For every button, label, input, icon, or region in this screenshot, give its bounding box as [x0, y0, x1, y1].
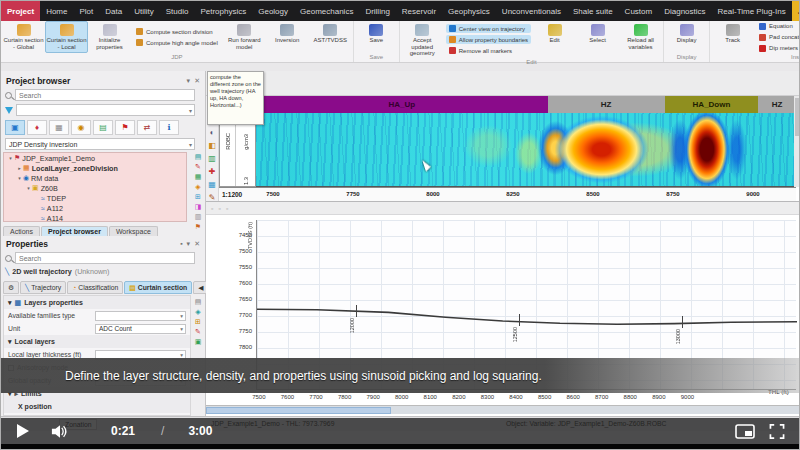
pane-menu-icon[interactable]: ▾	[187, 77, 191, 85]
chart-tool-icon[interactable]: ▫	[211, 205, 213, 212]
scrollbar-thumb[interactable]	[206, 407, 391, 414]
tree-tool-icon[interactable]: ◈	[195, 182, 200, 191]
tab-drilling[interactable]: Drilling	[359, 1, 395, 21]
tab-curtain-section[interactable]: ▤Curtain section	[124, 281, 192, 294]
tab-plot[interactable]: Plot	[73, 1, 99, 21]
allow-property-boundaries-button[interactable]: Allow property boundaries	[446, 35, 531, 44]
compute-high-angle-model-button[interactable]: Compute high angle model	[133, 38, 221, 47]
tree-tool-icon[interactable]: ▦	[195, 172, 202, 181]
tree-tool-icon[interactable]: ▤	[195, 152, 202, 161]
properties-search-input[interactable]	[15, 252, 195, 264]
dataset-dropdown[interactable]: JDP Density inversion	[5, 138, 195, 150]
initialize-properties-button[interactable]: Initialize properties	[88, 21, 131, 53]
tab-actions[interactable]: Actions	[3, 226, 40, 236]
tab-custom[interactable]: Custom	[619, 1, 659, 21]
track-button[interactable]: Track	[711, 21, 754, 53]
curtain-heatmap[interactable]	[256, 113, 796, 187]
tree-tool-icon[interactable]: ▥	[195, 212, 202, 221]
grid-icon[interactable]: ▦	[208, 180, 216, 190]
curtain-section-local-button[interactable]: Curtain section - Local	[45, 21, 88, 53]
available-families-type-dropdown[interactable]	[95, 311, 186, 321]
tab-geology[interactable]: Geology	[252, 1, 294, 21]
fullscreen-icon[interactable]	[769, 424, 785, 439]
run-forward-model-button[interactable]: Run forward model	[223, 21, 266, 53]
tab-home[interactable]: Home	[40, 1, 73, 21]
tab-classification[interactable]: ◔Classification	[67, 281, 123, 294]
props-tool-icon[interactable]: ◈	[195, 307, 200, 316]
props-tool-icon[interactable]: ✎	[195, 327, 201, 336]
tree-item-a114[interactable]: ≈A114	[4, 213, 186, 222]
grid-icon[interactable]: ▦	[49, 120, 69, 135]
tab-project[interactable]: Project	[1, 1, 40, 21]
tree-item-locallayer-zonedivision[interactable]: ▸▦LocalLayer_zoneDivision	[4, 163, 186, 173]
tree-item-z60b[interactable]: ▾▣Z60B	[4, 183, 186, 193]
add-icon[interactable]: ✚	[209, 167, 216, 177]
pad-concatenation-button[interactable]: Pad concatenation	[756, 33, 800, 42]
tree-item-tdep[interactable]: ≈TDEP	[4, 193, 186, 203]
tab-workspace[interactable]: Workspace	[109, 226, 158, 236]
chart-icon[interactable]: ▤	[93, 120, 113, 135]
tab-utility[interactable]: Utility	[128, 1, 160, 21]
project-search-input[interactable]	[15, 89, 195, 101]
tree-item-a112[interactable]: ≈A112	[4, 203, 186, 213]
tab-petrophysics[interactable]: Petrophysics	[194, 1, 252, 21]
filter-dropdown[interactable]	[16, 104, 195, 116]
tab-geomechanics[interactable]: Geomechanics	[294, 1, 359, 21]
center-view-on-trajectory-button[interactable]: Center view on trajectory	[446, 24, 531, 33]
vertical-scrollbar[interactable]	[794, 96, 800, 187]
close-pane-icon[interactable]: ✕	[194, 77, 200, 85]
user-icon[interactable]: ♦	[27, 120, 47, 135]
display-button[interactable]: Display	[665, 21, 708, 53]
tab-reservoir[interactable]: Reservoir	[396, 1, 442, 21]
lock-icon[interactable]: ▣	[5, 120, 25, 135]
tab-studio[interactable]: Studio	[160, 1, 195, 21]
globe-icon[interactable]: ◉	[71, 120, 91, 135]
swap-icon[interactable]: ⇄	[137, 120, 157, 135]
inversion-button[interactable]: Inversion	[266, 21, 309, 53]
tree-tool-icon[interactable]: ◨	[195, 202, 202, 211]
unit-dropdown[interactable]: ADC Count	[95, 324, 186, 334]
chart-tool-icon[interactable]: ▫	[226, 205, 228, 212]
layers-icon[interactable]: ▥	[208, 154, 216, 164]
ast-tvdss-button[interactable]: AST/TVDSS	[309, 21, 352, 53]
edit-button[interactable]: Edit	[533, 21, 576, 58]
tree-item-rm-data[interactable]: ▾◉RM data	[4, 173, 186, 183]
save-button[interactable]: Save	[355, 21, 398, 53]
tab-diagnostics[interactable]: Diagnostics	[658, 1, 711, 21]
volume-icon[interactable]	[51, 424, 69, 439]
tree-expand-icon[interactable]: ▾	[25, 185, 32, 191]
tab-geophysics[interactable]: Geophysics	[442, 1, 496, 21]
horizontal-scrollbar[interactable]	[206, 405, 800, 414]
reload-all-variables-button[interactable]: Reload all variables	[619, 21, 662, 58]
camera-icon[interactable]: ◐	[210, 128, 215, 138]
section-layers-properties[interactable]: ▾▦Layers properties	[4, 296, 190, 309]
flag-icon[interactable]: ⚑	[115, 120, 135, 135]
palette-icon[interactable]: ◧	[208, 141, 216, 151]
equation-button[interactable]: Equation	[756, 22, 800, 31]
chart-tool-icon[interactable]: ▫	[218, 205, 220, 212]
section-expand-icon[interactable]: ▾	[8, 338, 12, 346]
tab-project-browser[interactable]: Project browser	[41, 226, 108, 236]
props-tool-icon[interactable]: ▣	[195, 337, 202, 346]
tree-expand-icon[interactable]: ▾	[16, 175, 23, 181]
props-tool-icon[interactable]: ▤	[195, 297, 202, 306]
info-icon[interactable]: ℹ	[159, 120, 179, 135]
accept-updated-geometry-button[interactable]: Accept updated geometry	[401, 21, 444, 58]
tree-tool-icon[interactable]: ⊞	[195, 192, 201, 201]
curtain-section-global-button[interactable]: Curtain section - Global	[2, 21, 45, 53]
pane-pin-icon[interactable]: ▪	[180, 240, 182, 248]
tree-tool-icon[interactable]: ✎	[195, 162, 201, 171]
section-local-layers[interactable]: ▾Local layers	[4, 335, 190, 348]
section-x-position[interactable]: X position	[4, 400, 190, 413]
tab-unconventionals[interactable]: Unconventionals	[496, 1, 567, 21]
tab-shale-suite[interactable]: Shale suite	[567, 1, 619, 21]
play-button[interactable]	[17, 424, 29, 438]
settings-tab-icon[interactable]: ⚙	[3, 281, 19, 294]
tab-trajectory[interactable]: ╲Trajectory	[20, 281, 66, 294]
tab-data[interactable]: Data	[99, 1, 128, 21]
tree-expand-icon[interactable]: ▸	[16, 165, 23, 171]
pane-menu-icon[interactable]: ▾	[187, 240, 191, 248]
remove-all-markers-button[interactable]: Remove all markers	[446, 46, 531, 55]
props-tool-icon[interactable]: ⊞	[195, 317, 201, 326]
dip-meters-button[interactable]: Dip meters	[756, 44, 800, 53]
